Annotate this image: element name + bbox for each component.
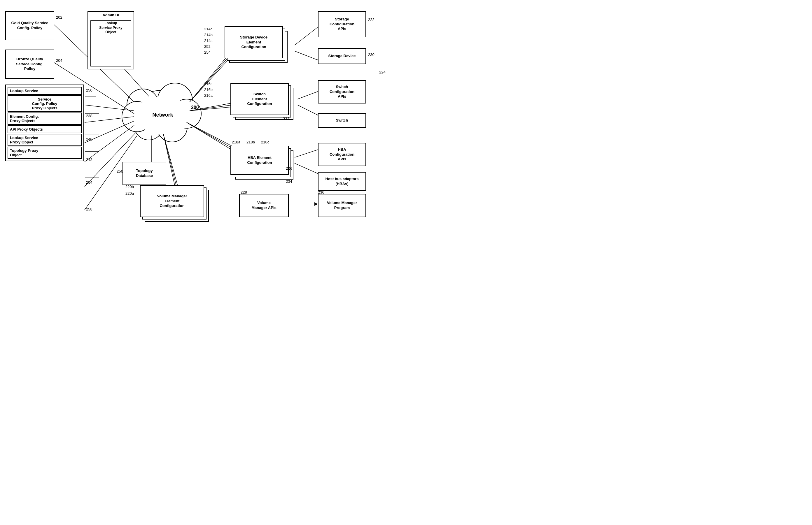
num-202: 202 [56,15,62,19]
hba-config-apis-box: HBAConfigurationAPIs [318,143,366,166]
topology-proxy-row: Topology ProxyObject [8,147,82,159]
svg-line-29 [297,90,321,99]
volume-manager-apis-box: VolumeManager APIs [239,194,289,217]
num-254: 254 [204,50,210,55]
num-200: 200 [191,105,199,110]
svg-point-5 [172,99,201,128]
gold-quality-label: Gold Quality Service Config. Policy [8,21,52,31]
num-218b: 218b [247,140,255,144]
num-258: 258 [86,207,92,211]
element-config-proxy-row: Element Config.Proxy Objects [8,112,82,125]
num-220a: 220a [126,191,134,196]
topology-database-box: TopologyDatabase [122,162,166,185]
num-216b: 216b [204,88,212,92]
service-config-policy-row: ServiceConfig. PolicyProxy Objects [8,95,82,112]
svg-point-7 [135,96,190,134]
num-240: 240 [86,137,92,141]
lookup-service-proxy-inner: LookupService ProxyObject [90,20,131,66]
num-218a: 218a [232,140,240,144]
lookup-service-proxy-row: Lookup ServiceProxy Object [8,134,82,146]
lookup-service-group: Lookup Service ServiceConfig. PolicyProx… [5,85,84,161]
num-232: 232 [283,117,289,121]
admin-ui-outer: Admin UI LookupService ProxyObject [88,11,134,70]
num-216c: 216c [204,81,212,86]
num-238: 238 [86,114,92,118]
svg-line-27 [295,51,321,61]
svg-text:Network: Network [152,112,173,118]
svg-line-41 [85,105,134,111]
num-242: 242 [86,158,92,162]
api-proxy-objects-row: API Proxy Objects [8,125,82,133]
num-204: 204 [56,58,62,63]
num-236: 236 [318,190,324,194]
num-214b: 214b [204,33,212,37]
gold-quality-box: Gold Quality Service Config. Policy [5,11,54,40]
num-254-group: 254 [86,180,92,184]
volume-manager-program-box: Volume ManagerProgram [318,194,366,217]
num-214a: 214a [204,39,212,43]
svg-point-4 [157,111,187,142]
num-252: 252 [204,44,210,49]
svg-line-25 [295,25,321,45]
num-220b: 220b [126,184,134,189]
svg-point-2 [158,83,192,118]
svg-line-44 [85,125,134,162]
svg-point-1 [127,89,159,121]
svg-point-6 [122,102,152,132]
lookup-service-row: Lookup Service [8,87,82,95]
num-218c: 218c [261,140,269,144]
svg-line-35 [295,163,321,175]
hba-ec-box: HBA ElementConfiguration [231,146,289,175]
svg-point-0 [130,90,194,137]
num-216a: 216a [204,93,212,97]
storage-device-box: Storage Device [318,48,366,64]
bronze-quality-box: Bronze QualityService Config.Policy [5,49,54,79]
num-224: 224 [379,70,386,74]
svg-point-3 [134,111,163,140]
svg-marker-40 [314,202,318,206]
storage-config-apis-box: StorageConfigurationAPIs [318,11,366,37]
volume-manager-ec-box: Volume ManagerElementConfiguration [140,185,204,217]
storage-device-ec-box: Storage DeviceElementConfiguration [225,26,283,58]
num-250: 250 [86,88,92,92]
num-256: 256 [117,169,123,174]
switch-box: Switch [318,113,366,128]
switch-ec-box: SwitchElementConfiguration [231,83,289,115]
hba-box: Host bus adaptors(HBAs) [318,172,366,191]
num-214c: 214c [204,27,212,31]
num-228: 228 [241,190,247,194]
num-222: 222 [368,17,374,22]
svg-line-33 [295,149,321,158]
bronze-quality-label: Bronze QualityService Config.Policy [16,57,44,72]
num-226: 226 [286,166,292,170]
num-234: 234 [286,179,292,184]
diagram: Network [0,0,406,262]
switch-config-apis-box: SwitchConfigurationAPIs [318,80,366,104]
svg-line-31 [297,105,321,117]
num-230: 230 [368,52,374,57]
admin-ui-label: Admin UI [89,13,132,17]
